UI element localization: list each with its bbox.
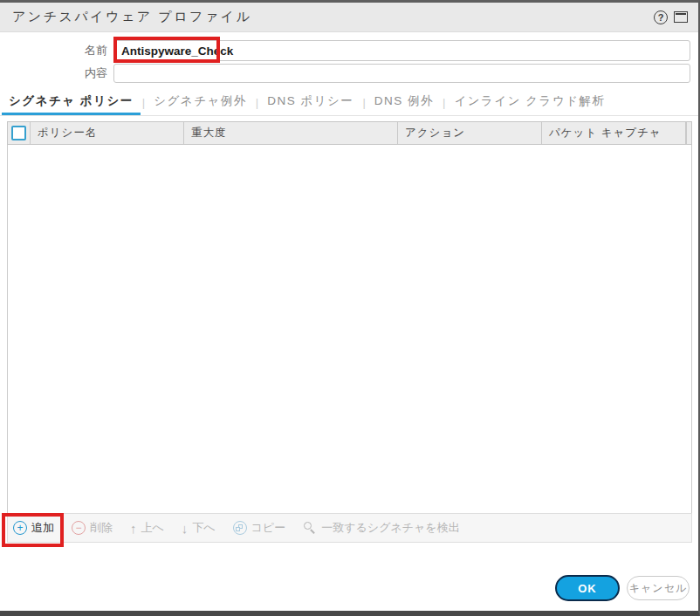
search-icon — [303, 521, 317, 535]
move-down-button[interactable]: ↓ 下へ — [182, 520, 216, 536]
header-end-sliver — [686, 122, 691, 144]
select-all-checkbox[interactable] — [11, 126, 26, 140]
clone-button[interactable]: コピー — [233, 520, 286, 536]
tab-signature-exceptions[interactable]: シグネチャ例外 — [147, 90, 254, 115]
description-row: 内容 — [0, 64, 690, 83]
arrow-down-icon: ↓ — [182, 522, 189, 535]
clone-button-label: コピー — [251, 520, 286, 536]
tab-separator: | — [360, 90, 367, 115]
window-icon[interactable] — [674, 11, 688, 23]
find-button-label: 一致するシグネチャを検出 — [321, 520, 459, 536]
help-icon[interactable]: ? — [654, 10, 668, 24]
name-label: 名前 — [0, 43, 113, 58]
dialog-title: アンチスパイウェア プロファイル — [0, 9, 654, 25]
delete-button[interactable]: − 削除 — [72, 520, 113, 536]
antispyware-profile-dialog: アンチスパイウェア プロファイル ? 名前 内容 シグネチャ ポリシー | シグ… — [0, 0, 700, 616]
select-all-cell — [8, 122, 31, 144]
delete-button-label: 削除 — [90, 520, 113, 536]
cancel-button[interactable]: キャンセル — [627, 576, 690, 600]
tab-separator: | — [141, 90, 147, 115]
tab-separator: | — [441, 90, 447, 115]
add-button-label: 追加 — [31, 520, 54, 536]
policy-table-body — [7, 145, 692, 513]
add-icon: + — [13, 521, 27, 535]
column-header-policy-name[interactable]: ポリシー名 — [31, 122, 184, 144]
add-button[interactable]: + 追加 — [13, 520, 54, 536]
table-toolbar: + 追加 − 削除 ↑ 上へ ↓ 下へ コピー 一致するシグネチャを検出 — [7, 513, 692, 543]
find-matching-signatures-button[interactable]: 一致するシグネチャを検出 — [303, 520, 459, 536]
description-input[interactable] — [113, 64, 690, 83]
delete-icon: − — [72, 521, 86, 535]
move-up-button[interactable]: ↑ 上へ — [130, 520, 164, 536]
ok-button[interactable]: OK — [555, 575, 620, 601]
column-header-packet-capture[interactable]: パケット キャプチャ — [542, 122, 686, 144]
titlebar-icons: ? — [654, 10, 698, 24]
clone-icon — [233, 521, 247, 535]
tab-separator: | — [254, 90, 260, 115]
column-header-severity[interactable]: 重大度 — [184, 122, 398, 144]
tab-dns-policies[interactable]: DNS ポリシー — [260, 90, 360, 115]
description-label: 内容 — [0, 65, 113, 81]
tab-inline-cloud-analysis[interactable]: インライン クラウド解析 — [447, 90, 612, 115]
column-header-action[interactable]: アクション — [398, 122, 542, 144]
move-down-button-label: 下へ — [192, 520, 215, 536]
policy-table-header: ポリシー名 重大度 アクション パケット キャプチャ — [7, 121, 692, 145]
move-up-button-label: 上へ — [141, 520, 164, 536]
name-row: 名前 — [0, 40, 690, 61]
tab-dns-exceptions[interactable]: DNS 例外 — [367, 90, 441, 115]
name-input[interactable] — [113, 40, 690, 61]
dialog-titlebar: アンチスパイウェア プロファイル ? — [0, 3, 698, 32]
tab-signature-policies[interactable]: シグネチャ ポリシー — [2, 90, 141, 115]
arrow-up-icon: ↑ — [130, 522, 137, 535]
profile-tabs: シグネチャ ポリシー | シグネチャ例外 | DNS ポリシー | DNS 例外… — [0, 90, 698, 116]
